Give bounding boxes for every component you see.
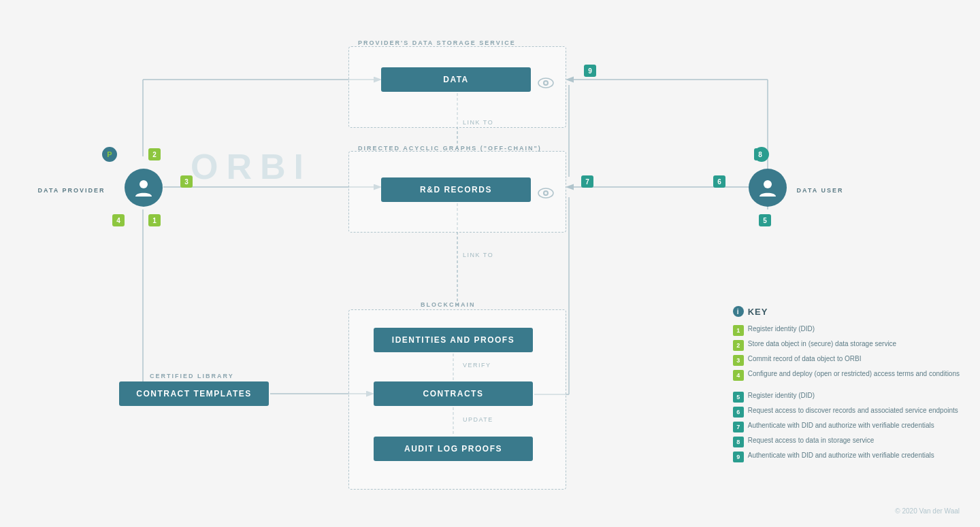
contract-templates-box: CONTRACT TEMPLATES [119, 381, 269, 406]
rnd-box: R&D RECORDS [381, 177, 531, 202]
key-badge-6: 6 [733, 407, 744, 418]
badge-5: 5 [759, 214, 771, 226]
blockchain-label: BLOCKCHAIN [421, 301, 476, 308]
user-avatar [749, 169, 787, 207]
key-badge-8: 8 [733, 437, 744, 447]
svg-point-16 [140, 180, 148, 188]
provider-p-badge: P [102, 147, 117, 162]
key-item-1: 1 Register identity (DID) [733, 325, 960, 336]
contracts-box: CONTRACTS [374, 381, 533, 406]
badge-4: 4 [112, 214, 125, 226]
provider-label: DATA PROVIDER [34, 187, 109, 194]
eye-rnd-icon [536, 184, 555, 203]
key-item-6: 6 Request access to discover records and… [733, 407, 960, 418]
orbi-watermark: ORBI [191, 146, 312, 187]
key-title: i KEY [733, 306, 960, 317]
badge-6: 6 [713, 175, 725, 188]
audit-box: AUDIT LOG PROOFS [374, 437, 533, 461]
badge-2: 2 [148, 148, 161, 160]
key-badge-3: 3 [733, 355, 744, 366]
key-section: i KEY 1 Register identity (DID) 2 Store … [733, 306, 960, 466]
update-label: Update [463, 416, 493, 423]
key-badge-5: 5 [733, 392, 744, 403]
badge-7: 7 [581, 175, 593, 188]
key-item-2: 2 Store data object in (secure) data sto… [733, 340, 960, 351]
badge-8: 8 [754, 148, 766, 160]
diagram: ORBI PROVIDER'S DATA STORAGE SERVICE DIR… [0, 0, 980, 527]
key-item-5: 5 Register identity (DID) [733, 392, 960, 403]
badge-9: 9 [584, 65, 596, 77]
key-badge-4: 4 [733, 370, 744, 381]
svg-point-17 [764, 180, 772, 188]
badge-1: 1 [148, 214, 161, 226]
link-to-2: Link to [463, 252, 493, 258]
user-label: DATA USER [786, 187, 854, 194]
verify-label: Verify [463, 362, 491, 369]
dag-label: DIRECTED ACYCLIC GRAPHS ("OFF-CHAIN") [358, 145, 542, 152]
key-item-8: 8 Request access to data in storage serv… [733, 437, 960, 447]
provider-avatar [125, 169, 163, 207]
eye-data-icon [536, 73, 555, 92]
key-badge-2: 2 [733, 340, 744, 351]
key-item-4: 4 Configure and deploy (open or restrict… [733, 370, 960, 381]
key-item-9: 9 Authenticate with DID and authorize wi… [733, 452, 960, 462]
data-box: DATA [381, 67, 531, 92]
link-to-1: Link to [463, 119, 493, 126]
badge-3: 3 [180, 175, 193, 188]
identities-box: IDENTITIES AND PROOFS [374, 328, 533, 352]
key-badge-9: 9 [733, 452, 744, 462]
key-item-7: 7 Authenticate with DID and authorize wi… [733, 422, 960, 432]
certified-library-label: CERTIFIED LIBRARY [150, 373, 234, 379]
key-badge-1: 1 [733, 325, 744, 336]
svg-point-23 [544, 192, 547, 194]
key-info-icon: i [733, 306, 744, 317]
svg-point-20 [544, 82, 547, 84]
copyright: © 2020 Van der Waal [895, 507, 960, 515]
key-badge-7: 7 [733, 422, 744, 432]
key-item-3: 3 Commit record of data object to ORBI [733, 355, 960, 366]
provider-storage-label: PROVIDER'S DATA STORAGE SERVICE [358, 39, 516, 46]
